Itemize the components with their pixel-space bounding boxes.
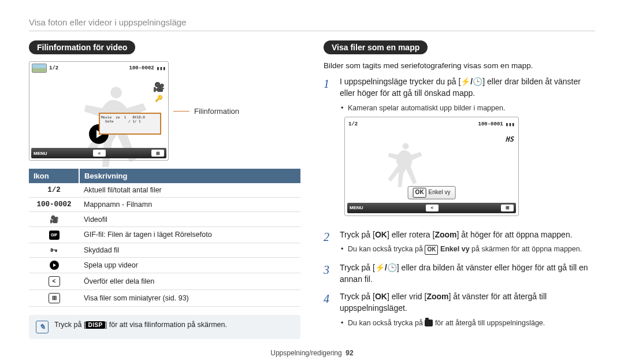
note-box: ✎ Tryck på [DISP] för att visa filinform… xyxy=(29,315,300,339)
folder-num: 100-0001 xyxy=(478,121,503,128)
folder-preview: 1/2 100-0001▮▮▮ HS OKEnkel vy MENU < ⊞ xyxy=(344,117,519,216)
counter: 1/2 xyxy=(49,65,58,71)
lock-icon: 🔑 xyxy=(155,95,163,102)
note-text: ] för att visa filinformation på skärmen… xyxy=(105,321,227,329)
menu-label: MENU xyxy=(34,151,47,156)
grid-icon: ⊞ xyxy=(151,150,164,157)
share-icon: < xyxy=(93,150,106,157)
step-num: 3 xyxy=(324,262,334,285)
ok-badge: OK xyxy=(413,188,426,198)
row-desc: Videofil xyxy=(79,212,300,227)
key-icon: 🗝 xyxy=(29,243,79,257)
grid-icon: ⊞ xyxy=(501,205,514,211)
sub-text: Kameran spelar automatiskt upp bilder i … xyxy=(340,103,595,113)
row-desc: Överför eller dela filen xyxy=(79,273,300,289)
folder-num: 100-0002 xyxy=(129,65,154,71)
ok-badge: OK xyxy=(425,245,438,255)
row-desc: GIF-fil: Filen är tagen i läget Rörelsef… xyxy=(79,227,300,243)
chapter-title: Visa foton eller videor i uppspelningslä… xyxy=(29,17,595,27)
battery-icon: ▮▮▮ xyxy=(157,65,166,71)
step-text: Tryck på [ xyxy=(340,292,375,301)
row-icon: 100-0002 xyxy=(29,198,79,212)
folder-icon xyxy=(425,320,433,326)
ok-enkel-vy-button: OKEnkel vy xyxy=(408,186,456,199)
right-heading: Visa filer som en mapp xyxy=(324,40,428,54)
grid-icon: ⊞ xyxy=(29,289,79,306)
step-text: Tryck på [ xyxy=(340,263,375,272)
sub-text: Du kan också trycka på OK Enkel vy på sk… xyxy=(340,244,582,255)
intro-text: Bilder som tagits med seriefotografering… xyxy=(324,61,595,70)
step-text: ] eller rotera [ xyxy=(387,230,434,239)
zoom-label: Zoom xyxy=(426,292,448,301)
video-preview: 1/2 100-0002▮▮▮ 🎥 🔑 Movie ze 1 8X18:0 Da… xyxy=(29,61,169,161)
row-desc: Visa filer som miniatyrer (sid. 93) xyxy=(79,289,300,306)
step-text: I uppspelningsläge trycker du på [ xyxy=(340,77,460,86)
counter: 1/2 xyxy=(348,121,358,128)
video-icon: 🎥 xyxy=(29,212,79,227)
icon-table: IkonBeskrivning 1/2Aktuell fil/totalt an… xyxy=(29,169,300,307)
row-desc: Aktuell fil/totalt antal filer xyxy=(79,183,300,198)
row-desc: Skyddad fil xyxy=(79,243,300,257)
ok-label: Enkel vy xyxy=(429,188,451,197)
file-info-box: Movie ze 1 8X18:0 Date / 1/ 1 xyxy=(99,113,161,135)
play-icon xyxy=(29,257,79,273)
step-1: 1 I uppspelningsläge trycker du på [⚡/🕒]… xyxy=(324,76,595,223)
gif-icon: GIF xyxy=(29,227,79,243)
left-heading: Filinformation för video xyxy=(29,40,135,54)
ok-icon: OK xyxy=(375,292,387,301)
flash-timer-icon: ⚡/🕒 xyxy=(460,77,482,86)
row-desc: Spela upp videor xyxy=(79,257,300,273)
step-text: ] eller vrid [ xyxy=(387,292,426,301)
step-text: ] åt höger för att öppna mappen. xyxy=(457,230,573,239)
share-icon: < xyxy=(29,273,79,289)
note-text: Tryck på [ xyxy=(54,321,86,329)
zoom-label: Zoom xyxy=(434,230,456,239)
battery-icon: ▮▮▮ xyxy=(506,121,515,128)
sub-text: Du kan också trycka på för att återgå ti… xyxy=(340,318,595,328)
share-icon: < xyxy=(426,205,439,211)
step-4: 4 Tryck på [OK] eller vrid [Zoom] åt vän… xyxy=(324,291,595,329)
callout-label: Filinformation xyxy=(194,107,239,116)
step-num: 4 xyxy=(324,291,334,329)
step-text: Tryck på [ xyxy=(340,230,375,239)
thumb-icon xyxy=(32,64,47,73)
step-num: 1 xyxy=(324,76,334,223)
right-column: Visa filer som en mapp Bilder som tagits… xyxy=(324,40,595,339)
left-column: Filinformation för video 1/2 100-0002▮▮▮… xyxy=(29,40,300,339)
row-icon: 1/2 xyxy=(29,183,79,198)
menu-label: MENU xyxy=(350,205,363,211)
video-icon: 🎥 xyxy=(153,81,165,92)
info-icon: ✎ xyxy=(36,321,49,333)
step-num: 2 xyxy=(324,229,334,256)
step-3: 3 Tryck på [⚡/🕒] eller dra bilden åt vän… xyxy=(324,262,595,285)
hs-badge: HS xyxy=(506,135,514,144)
flash-timer-icon: ⚡/🕒 xyxy=(375,263,397,272)
ok-icon: OK xyxy=(375,230,387,239)
divider xyxy=(29,31,595,31)
disp-badge: DISP xyxy=(86,321,105,329)
row-desc: Mappnamn - Filnamn xyxy=(79,198,300,212)
page-footer: Uppspelning/redigering 92 xyxy=(0,349,624,357)
step-2: 2 Tryck på [OK] eller rotera [Zoom] åt h… xyxy=(324,229,595,256)
